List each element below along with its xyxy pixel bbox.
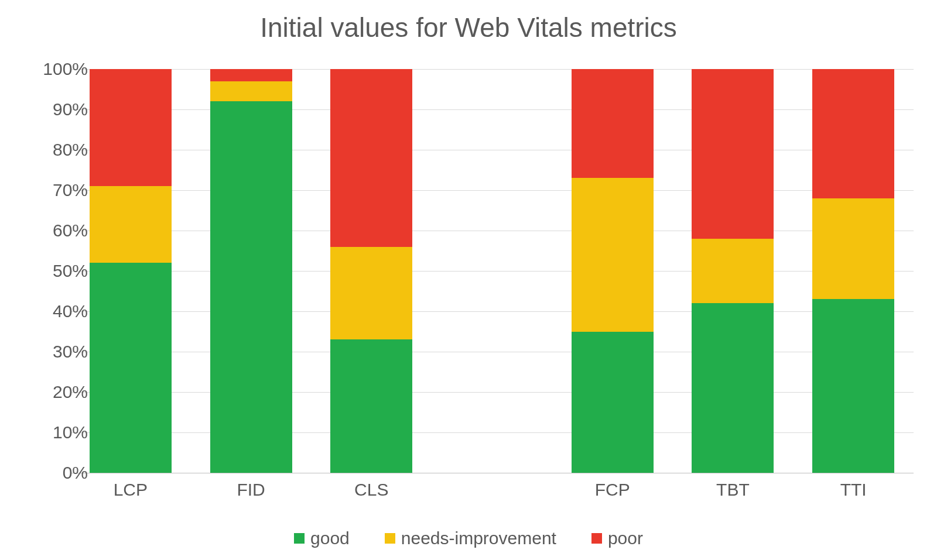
bar-segment-good [812,299,894,473]
bar-segment-needs-improvement [812,198,894,300]
legend-swatch [591,533,602,544]
legend-item-needs-improvement: needs-improvement [385,528,556,548]
bar-segment-poor [330,69,412,247]
stacked-bar-fcp [572,69,654,473]
bar-segment-good [330,339,412,473]
legend-item-good: good [294,528,350,548]
bar-segment-needs-improvement [330,247,412,340]
bar-segment-poor [572,69,654,178]
bars-layer: LCPFIDCLSFCPTBTTTI [70,69,914,473]
chart-title: Initial values for Web Vitals metrics [0,12,937,43]
stacked-bar-fid [210,69,292,473]
x-tick-label: CLS [251,480,492,500]
bar-segment-good [692,303,774,473]
bar-slot: FCP [552,69,673,473]
stacked-bar-cls [330,69,412,473]
stacked-bar-tbt [692,69,774,473]
bar-segment-poor [692,69,774,239]
stacked-bar-lcp [90,69,172,473]
legend-label: poor [608,528,643,548]
bar-slot: TTI [793,69,914,473]
legend-swatch [385,533,395,544]
legend: goodneeds-improvementpoor [0,528,937,548]
bar-slot: CLS [311,69,432,473]
chart-container: Initial values for Web Vitals metrics 0%… [0,0,937,560]
bar-segment-poor [812,69,894,198]
bar-segment-good [90,263,172,473]
bar-slot: FID [191,69,312,473]
bar-slot: TBT [673,69,794,473]
bar-segment-needs-improvement [90,186,172,263]
legend-label: needs-improvement [401,528,556,548]
legend-label: good [310,528,350,548]
bar-segment-needs-improvement [572,178,654,331]
stacked-bar-tti [812,69,894,473]
bar-slot: LCP [70,69,191,473]
bar-segment-good [572,332,654,473]
bar-segment-poor [90,69,172,186]
legend-swatch [294,533,305,544]
legend-item-poor: poor [591,528,643,548]
x-tick-label: TTI [733,480,937,500]
bar-segment-needs-improvement [692,239,774,303]
bar-segment-needs-improvement [210,81,292,102]
bar-segment-good [210,101,292,473]
bar-slot [432,69,552,473]
bar-segment-poor [210,69,292,81]
